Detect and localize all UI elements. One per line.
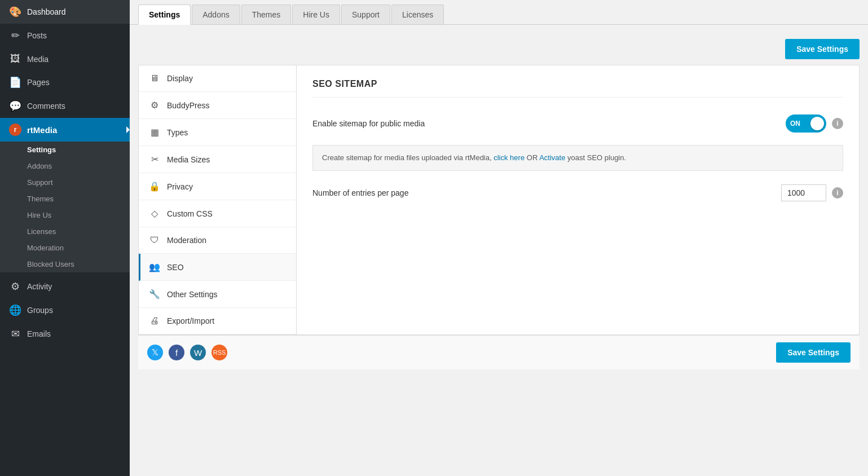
enable-sitemap-label: Enable sitemap for public media [312, 119, 774, 128]
media-sizes-icon: ✂ [149, 154, 160, 165]
nav-item-other-settings[interactable]: 🔧 Other Settings [139, 281, 296, 308]
rtmedia-arrow [126, 126, 130, 133]
activity-icon: ⚙ [9, 280, 21, 293]
tab-hireus[interactable]: Hire Us [292, 5, 340, 24]
nav-item-custom-css[interactable]: ◇ Custom CSS [139, 200, 296, 227]
emails-icon: ✉ [9, 328, 21, 340]
wordpress-icon[interactable]: W [190, 345, 206, 360]
settings-container: 🖥 Display ⚙ BuddyPress ▦ Types ✂ Media S… [138, 65, 860, 335]
seo-icon: 👥 [149, 262, 160, 272]
settings-nav: 🖥 Display ⚙ BuddyPress ▦ Types ✂ Media S… [139, 65, 297, 334]
sidebar-item-hireus[interactable]: Hire Us [0, 207, 130, 223]
sidebar: 🎨 Dashboard ✏ Posts 🖼 Media 📄 Pages 💬 Co… [0, 0, 130, 476]
facebook-icon[interactable]: f [169, 345, 184, 360]
other-settings-icon: 🔧 [149, 289, 160, 299]
entries-per-page-input[interactable] [781, 184, 826, 201]
toggle-text: ON [790, 120, 800, 127]
enable-sitemap-row: Enable sitemap for public media ON i [312, 107, 843, 140]
toggle-info-icon[interactable]: i [832, 118, 843, 129]
rss-icon[interactable]: RSS [212, 345, 227, 360]
sidebar-item-blocked-users[interactable]: Blocked Users [0, 256, 130, 272]
main-content: Settings Addons Themes Hire Us Support L… [130, 0, 868, 476]
settings-wrapper: Save Settings 🖥 Display ⚙ BuddyPress ▦ [138, 33, 860, 369]
export-import-icon: 🖨 [149, 316, 160, 326]
nav-item-export-import[interactable]: 🖨 Export/Import [139, 308, 296, 334]
nav-item-display[interactable]: 🖥 Display [139, 65, 296, 92]
moderation-icon: 🛡 [149, 235, 160, 245]
sidebar-item-activity[interactable]: ⚙ Activity [0, 275, 130, 298]
social-icons: 𝕏 f W RSS [147, 345, 227, 360]
sidebar-item-dashboard[interactable]: 🎨 Dashboard [0, 0, 130, 24]
buddypress-icon: ⚙ [149, 100, 160, 111]
click-here-link[interactable]: click here [494, 153, 525, 162]
sidebar-item-emails[interactable]: ✉ Emails [0, 322, 130, 346]
enable-sitemap-toggle[interactable]: ON [786, 114, 826, 133]
sidebar-item-themes[interactable]: Themes [0, 191, 130, 207]
display-icon: 🖥 [149, 73, 160, 83]
sidebar-item-comments[interactable]: 💬 Comments [0, 94, 130, 118]
entries-control: i [781, 184, 843, 201]
sidebar-item-support[interactable]: Support [0, 174, 130, 191]
nav-item-moderation[interactable]: 🛡 Moderation [139, 227, 296, 254]
save-bar-top: Save Settings [138, 33, 860, 65]
tab-addons[interactable]: Addons [192, 5, 240, 24]
sidebar-item-pages[interactable]: 📄 Pages [0, 70, 130, 94]
nav-item-buddypress[interactable]: ⚙ BuddyPress [139, 92, 296, 119]
custom-css-icon: ◇ [149, 208, 160, 219]
sidebar-item-licenses[interactable]: Licenses [0, 223, 130, 240]
rtmedia-submenu: Settings Addons Support Themes Hire Us L… [0, 142, 130, 272]
entries-info-icon[interactable]: i [832, 187, 843, 199]
activate-link[interactable]: Activate [539, 153, 565, 162]
media-icon: 🖼 [9, 53, 21, 65]
tab-themes[interactable]: Themes [241, 5, 292, 24]
entries-per-page-row: Number of entries per page i [312, 179, 843, 207]
toggle-knob [810, 117, 824, 130]
pages-icon: 📄 [9, 76, 21, 89]
nav-item-types[interactable]: ▦ Types [139, 119, 296, 146]
sidebar-item-rtmedia[interactable]: r rtMedia [0, 118, 130, 142]
nav-item-privacy[interactable]: 🔒 Privacy [139, 173, 296, 200]
settings-content: SEO SITEMAP Enable sitemap for public me… [297, 65, 859, 334]
save-settings-button-bottom[interactable]: Save Settings [776, 342, 851, 363]
content-area: Save Settings 🖥 Display ⚙ BuddyPress ▦ [130, 25, 868, 476]
comments-icon: 💬 [9, 100, 21, 112]
sidebar-item-groups[interactable]: 🌐 Groups [0, 298, 130, 322]
posts-icon: ✏ [9, 29, 21, 42]
sidebar-item-moderation[interactable]: Moderation [0, 240, 130, 256]
groups-icon: 🌐 [9, 304, 21, 316]
bottom-bar: 𝕏 f W RSS Save Settings [138, 335, 860, 369]
toggle-control: ON i [786, 114, 843, 133]
sidebar-item-media[interactable]: 🖼 Media [0, 47, 130, 70]
dashboard-icon: 🎨 [9, 6, 21, 18]
tab-licenses[interactable]: Licenses [391, 5, 444, 24]
nav-item-seo[interactable]: 👥 SEO [139, 254, 296, 281]
tabs-bar: Settings Addons Themes Hire Us Support L… [130, 0, 868, 25]
sidebar-item-settings[interactable]: Settings [0, 142, 130, 158]
rtmedia-icon: r [9, 124, 21, 136]
entries-per-page-label: Number of entries per page [312, 188, 770, 197]
twitter-icon[interactable]: 𝕏 [147, 345, 163, 360]
types-icon: ▦ [149, 127, 160, 138]
tab-settings[interactable]: Settings [138, 5, 191, 25]
section-title: SEO SITEMAP [312, 79, 843, 98]
tab-support[interactable]: Support [341, 5, 390, 24]
nav-item-media-sizes[interactable]: ✂ Media Sizes [139, 146, 296, 173]
sidebar-item-posts[interactable]: ✏ Posts [0, 24, 130, 47]
privacy-icon: 🔒 [149, 181, 160, 192]
save-settings-button-top[interactable]: Save Settings [785, 39, 860, 59]
sidebar-item-addons[interactable]: Addons [0, 158, 130, 174]
info-box: Create sitemap for media files uploaded … [312, 145, 843, 171]
